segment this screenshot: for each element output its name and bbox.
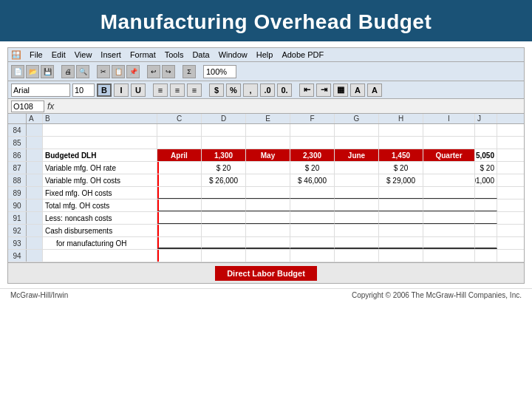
cell-88-h: $ 29,000 xyxy=(379,174,423,186)
underline-btn[interactable]: U xyxy=(131,83,146,97)
menu-data[interactable]: Data xyxy=(188,50,213,60)
currency-btn[interactable]: $ xyxy=(209,83,224,97)
cell-86-quarter-val: 5,050 xyxy=(475,149,497,161)
table-row: 92 Cash disbursements xyxy=(8,225,524,237)
cell-90-a xyxy=(27,200,43,211)
sum-btn[interactable]: Σ xyxy=(183,65,196,78)
cell-84-h xyxy=(379,124,423,136)
cell-88-f: $ 46,000 xyxy=(290,174,335,186)
cell-92-i xyxy=(423,225,475,236)
menu-view[interactable]: View xyxy=(71,50,96,60)
open-btn[interactable]: 📂 xyxy=(26,65,39,78)
row-num-92: 92 xyxy=(8,225,27,236)
col-header-d: D xyxy=(202,114,246,123)
table-row: 93 for manufacturing OH xyxy=(8,237,524,250)
cut-btn[interactable]: ✂ xyxy=(97,65,110,78)
copy-btn[interactable]: 📋 xyxy=(112,65,125,78)
menu-tools[interactable]: Tools xyxy=(161,50,188,60)
font-size[interactable] xyxy=(72,83,95,97)
cell-90-f xyxy=(290,200,335,211)
cell-86-may-val: 2,300 xyxy=(290,149,335,161)
col-header-g: G xyxy=(335,114,379,123)
print-btn[interactable]: 🖨 xyxy=(61,65,75,78)
cell-91-c xyxy=(157,212,202,224)
align-center-btn[interactable]: ≡ xyxy=(170,83,185,97)
row-num-90: 90 xyxy=(8,200,27,211)
new-btn[interactable]: 📄 xyxy=(11,65,24,78)
cell-94-a xyxy=(27,250,43,262)
cell-87-e xyxy=(246,162,290,174)
cell-84-g xyxy=(335,124,379,136)
cell-89-f xyxy=(290,187,335,199)
row-num-corner xyxy=(8,114,27,123)
menu-window[interactable]: Window xyxy=(215,50,251,60)
ref-bar: fx xyxy=(8,99,524,114)
cell-91-a xyxy=(27,212,43,224)
zoom-input[interactable] xyxy=(203,65,236,78)
direct-labor-budget-btn[interactable]: Direct Labor Budget xyxy=(215,266,317,281)
indent-increase-btn[interactable]: ⇥ xyxy=(316,83,331,97)
table-row: 88 Variable mfg. OH costs $ 26,000 $ 46,… xyxy=(8,174,524,187)
menu-format[interactable]: Format xyxy=(126,50,160,60)
cell-89-h xyxy=(379,187,423,199)
menu-adobe[interactable]: Adobe PDF xyxy=(278,50,327,60)
cell-86-june: June xyxy=(335,149,379,161)
cell-88-b: Variable mfg. OH costs xyxy=(43,174,157,186)
cell-87-i xyxy=(423,162,475,174)
cell-85-c xyxy=(157,137,202,149)
excel-window: 🪟 File Edit View Insert Format Tools Dat… xyxy=(7,47,525,284)
percent-btn[interactable]: % xyxy=(226,83,241,97)
cell-94-f xyxy=(290,250,335,262)
cell-90-i xyxy=(423,200,475,211)
paste-btn[interactable]: 📌 xyxy=(126,65,140,78)
menu-help[interactable]: Help xyxy=(253,50,277,60)
undo-btn[interactable]: ↩ xyxy=(147,65,160,78)
cell-94-h xyxy=(379,250,423,262)
dec-increase-btn[interactable]: .0 xyxy=(260,83,275,97)
align-right-btn[interactable]: ≡ xyxy=(187,83,202,97)
footer-right: Copyright © 2006 The McGraw-Hill Compani… xyxy=(352,291,522,299)
cell-88-c xyxy=(157,174,202,186)
cell-92-g xyxy=(335,225,379,236)
cell-87-a xyxy=(27,162,43,174)
cell-92-c xyxy=(157,225,202,236)
font-select[interactable] xyxy=(11,83,70,97)
border-btn[interactable]: ▦ xyxy=(333,83,348,97)
cell-94-e xyxy=(246,250,290,262)
footer-left: McGraw-Hill/Irwin xyxy=(10,291,68,299)
preview-btn[interactable]: 🔍 xyxy=(76,65,89,78)
cell-94-j xyxy=(475,250,497,262)
menu-edit[interactable]: Edit xyxy=(48,50,69,60)
bold-btn[interactable]: B xyxy=(97,83,112,97)
italic-btn[interactable]: I xyxy=(114,83,129,97)
cell-91-d xyxy=(202,212,246,224)
spreadsheet: A B C D E F G H I J 84 85 xyxy=(8,114,524,262)
table-row: 94 xyxy=(8,250,524,262)
cell-89-j xyxy=(475,187,497,199)
comma-btn[interactable]: , xyxy=(243,83,258,97)
font-color-btn[interactable]: A xyxy=(367,83,382,97)
align-left-btn[interactable]: ≡ xyxy=(153,83,168,97)
cell-88-j: $ 101,000 xyxy=(475,174,497,186)
cell-86-b: Budgeted DLH xyxy=(43,149,157,161)
cell-92-h xyxy=(379,225,423,236)
col-header-f: F xyxy=(290,114,335,123)
cell-92-f xyxy=(290,225,335,236)
table-row: 84 xyxy=(8,124,524,137)
table-row: 89 Fixed mfg. OH costs xyxy=(8,187,524,200)
cell-89-e xyxy=(246,187,290,199)
indent-decrease-btn[interactable]: ⇤ xyxy=(299,83,314,97)
dec-decrease-btn[interactable]: 0. xyxy=(277,83,292,97)
col-header-i: I xyxy=(423,114,475,123)
cell-ref-input[interactable] xyxy=(11,100,44,112)
cell-88-e xyxy=(246,174,290,186)
menu-file[interactable]: File xyxy=(26,50,47,60)
cell-87-f: $ 20 xyxy=(290,162,335,174)
save-btn[interactable]: 💾 xyxy=(41,65,54,78)
redo-btn[interactable]: ↪ xyxy=(162,65,175,78)
cell-85-e xyxy=(246,137,290,149)
cell-90-e xyxy=(246,200,290,211)
cell-85-i xyxy=(423,137,475,149)
menu-insert[interactable]: Insert xyxy=(97,50,125,60)
fill-color-btn[interactable]: A xyxy=(350,83,365,97)
